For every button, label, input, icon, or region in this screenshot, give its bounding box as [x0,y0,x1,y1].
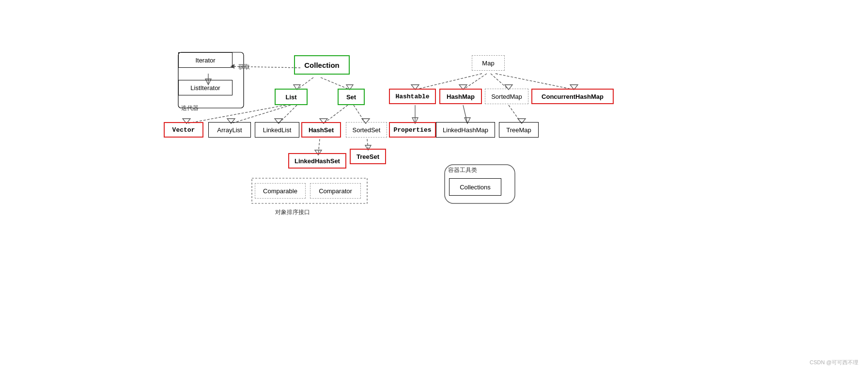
node-comparator: Comparator [310,183,361,199]
node-linkedhashmap: LinkedHashMap [436,122,495,138]
node-collections: Collections [449,178,501,196]
svg-line-9 [231,105,291,124]
svg-line-35 [509,105,522,124]
svg-line-7 [186,105,286,124]
node-sortedset: SortedSet [346,122,387,138]
node-set: Set [338,89,365,105]
watermark: CSDN @可可西不理 [810,359,858,366]
node-arraylist: ArrayList [208,122,251,138]
node-properties: Properties [389,122,436,138]
node-map: Map [472,55,505,71]
node-sortedmap: SortedMap [485,89,528,104]
label-iterator-group: 迭代器 [181,104,199,112]
node-linkedhashset: LinkedHashSet [288,153,346,169]
diagram-lines [0,0,868,371]
node-listiterator: ListIterator [178,80,232,95]
svg-line-13 [324,105,348,124]
node-list: List [275,89,308,105]
svg-line-29 [496,74,574,90]
svg-line-27 [491,74,509,90]
node-hashtable: Hashtable [389,89,436,104]
node-vector: Vector [164,122,203,138]
label-sort-interface: 对象排序接口 [275,208,310,216]
label-get-iterator: 获取 [238,63,250,71]
svg-line-23 [415,74,482,90]
node-treeset: TreeSet [350,149,386,164]
label-container-tools: 容器工具类 [448,166,477,174]
node-collection: Collection [294,55,350,75]
svg-line-25 [463,74,487,90]
node-hashmap: HashMap [439,89,482,104]
node-concurrenthashmap: ConcurrentHashMap [531,89,614,104]
svg-line-3 [321,77,350,90]
node-comparable: Comparable [255,183,306,199]
svg-line-33 [463,105,467,124]
svg-line-11 [279,105,297,124]
node-linkedlist: LinkedList [255,122,299,138]
node-iterator: Iterator [178,52,232,68]
node-hashset: HashSet [301,122,341,138]
svg-line-1 [297,77,313,90]
node-treemap: TreeMap [499,122,539,138]
svg-line-15 [354,105,366,124]
diagram: Iterator ListIterator Collection List Se… [0,0,868,371]
